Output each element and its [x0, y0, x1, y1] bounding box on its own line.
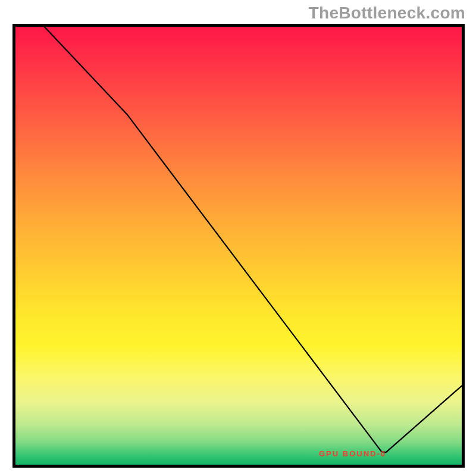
series-label: GPU BOUND-0	[319, 449, 386, 458]
chart-line-layer	[15, 27, 462, 465]
chart-series-line	[15, 27, 462, 452]
watermark-text: TheBottleneck.com	[309, 4, 465, 23]
chart-plot-area: GPU BOUND-0	[12, 24, 465, 468]
